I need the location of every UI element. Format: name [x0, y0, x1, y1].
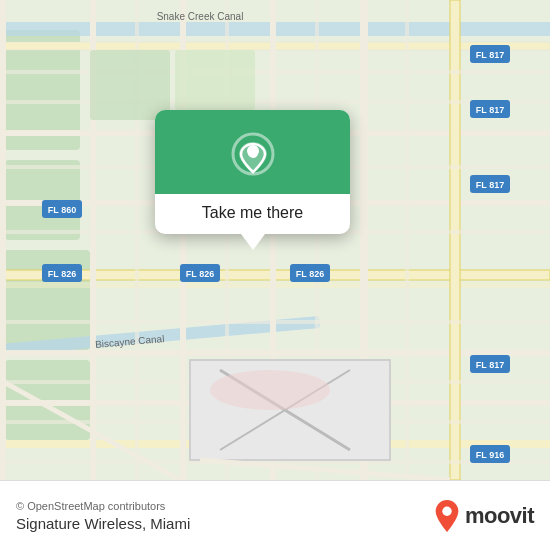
svg-text:FL 916: FL 916: [476, 450, 504, 460]
svg-text:FL 826: FL 826: [296, 269, 324, 279]
svg-rect-36: [90, 50, 170, 120]
svg-point-68: [442, 506, 451, 515]
bottom-bar: © OpenStreetMap contributors Signature W…: [0, 480, 550, 550]
location-name: Signature Wireless, Miami: [16, 515, 190, 532]
popup-card[interactable]: Take me there: [155, 110, 350, 234]
moovit-pin-icon: [433, 499, 461, 533]
popup-icon-area: [155, 110, 350, 194]
svg-text:FL 817: FL 817: [476, 360, 504, 370]
popup-label[interactable]: Take me there: [202, 194, 303, 234]
moovit-text: moovit: [465, 503, 534, 529]
bottom-left: © OpenStreetMap contributors Signature W…: [16, 500, 190, 532]
svg-text:FL 826: FL 826: [186, 269, 214, 279]
svg-text:Snake Creek Canal: Snake Creek Canal: [157, 11, 244, 22]
svg-rect-32: [0, 320, 550, 324]
svg-text:FL 817: FL 817: [476, 105, 504, 115]
svg-rect-28: [0, 70, 550, 74]
svg-text:FL 826: FL 826: [48, 269, 76, 279]
map-svg: FL 817 FL 817 FL 817 FL 817 FL 860 FL 82…: [0, 0, 550, 480]
popup-tail: [241, 234, 265, 250]
map-container: FL 817 FL 817 FL 817 FL 817 FL 860 FL 82…: [0, 0, 550, 480]
svg-point-67: [248, 148, 258, 158]
copyright-text: © OpenStreetMap contributors: [16, 500, 190, 512]
svg-rect-29: [0, 100, 550, 104]
svg-text:FL 817: FL 817: [476, 180, 504, 190]
svg-point-42: [210, 370, 330, 410]
location-pin-icon: [231, 132, 275, 176]
svg-text:FL 860: FL 860: [48, 205, 76, 215]
svg-rect-37: [175, 50, 255, 110]
moovit-logo[interactable]: moovit: [433, 499, 534, 533]
svg-text:FL 817: FL 817: [476, 50, 504, 60]
